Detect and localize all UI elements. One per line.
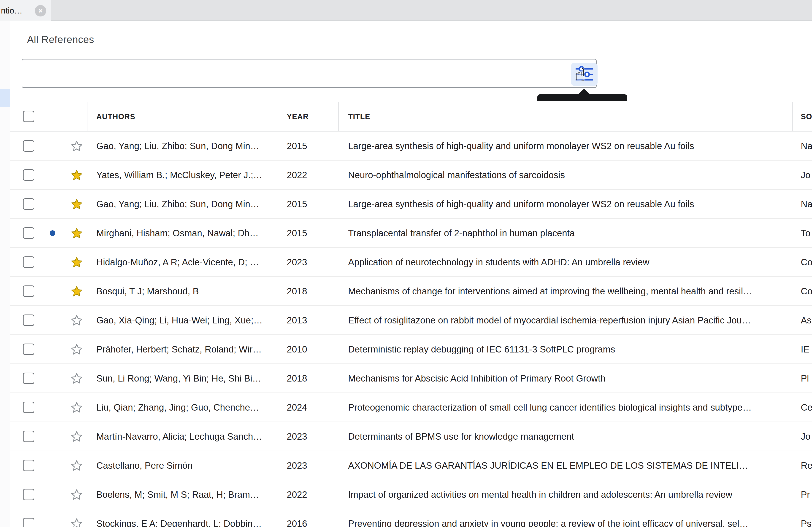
table-header: AUTHORS YEAR TITLE SO [10,101,812,132]
row-checkbox[interactable] [23,227,34,239]
row-title: Determinants of BPMS use for knowledge m… [348,422,793,451]
row-source: IE [801,335,812,364]
row-checkbox[interactable] [23,518,34,527]
unread-dot-icon [50,230,55,236]
table-row[interactable]: Hidalgo-Muñoz, A R; Acle-Vicente, D; … 2… [10,248,812,277]
row-authors: Liu, Qian; Zhang, Jing; Guo, Chenche… [96,393,279,422]
table-row[interactable]: Yates, William B.; McCluskey, Peter J.;…… [10,161,812,190]
star-icon[interactable] [70,227,83,240]
star-icon[interactable] [70,430,83,443]
sidebar-edge [0,21,10,527]
star-icon[interactable] [70,140,83,153]
row-checkbox[interactable] [23,169,34,181]
row-year: 2015 [287,132,339,161]
row-authors: Gao, Yang; Liu, Zhibo; Sun, Dong Min… [96,190,279,219]
row-checkbox[interactable] [23,373,34,384]
star-icon[interactable] [70,256,83,269]
table-row[interactable]: Liu, Qian; Zhang, Jing; Guo, Chenche… 20… [10,393,812,422]
table-row[interactable]: Martín-Navarro, Alicia; Lechuga Sanch… 2… [10,422,812,451]
row-source: Na [801,132,812,161]
row-year: 2023 [287,422,339,451]
tooltip-caret [578,89,591,95]
row-source: Co [801,277,812,306]
row-checkbox[interactable] [23,140,34,152]
row-source: Pl [801,364,812,393]
row-year: 2016 [287,509,339,527]
row-checkbox[interactable] [23,489,34,500]
table-row[interactable]: Mirghani, Hisham; Osman, Nawal; Dh… 2015… [10,219,812,248]
row-checkbox[interactable] [23,315,34,326]
select-all-checkbox[interactable] [23,111,34,122]
row-source: As [801,306,812,335]
row-title: Deterministic replay debugging of IEC 61… [348,335,793,364]
star-icon[interactable] [70,198,83,211]
row-source: Co [801,248,812,277]
advanced-search-button[interactable]: ☝ [571,63,597,86]
row-year: 2015 [287,190,339,219]
row-source: Re [801,451,812,480]
row-title: Large-area synthesis of high-quality and… [348,132,793,161]
row-checkbox[interactable] [23,431,34,442]
star-icon[interactable] [70,401,83,414]
star-icon[interactable] [70,372,83,385]
row-authors: Gao, Yang; Liu, Zhibo; Sun, Dong Min… [96,132,279,161]
row-year: 2022 [287,480,339,509]
tab-close-icon[interactable]: × [35,5,46,16]
row-authors: Castellano, Pere Simón [96,451,279,480]
row-title: Proteogenomic characterization of small … [348,393,793,422]
table-row[interactable]: Stockings, E A; Degenhardt, L; Dobbin… 2… [10,509,812,527]
row-title: Effect of rosiglitazone on rabbit model … [348,306,793,335]
row-year: 2013 [287,306,339,335]
table-row[interactable]: Gao, Xia-Qing; Li, Hua-Wei; Ling, Xue;… … [10,306,812,335]
row-year: 2018 [287,277,339,306]
tab-title: ntio… [1,6,23,16]
star-icon[interactable] [70,285,83,298]
search-input[interactable]: Search in All References ☝ [22,59,597,88]
row-source: Na [801,190,812,219]
row-authors: Martín-Navarro, Alicia; Lechuga Sanch… [96,422,279,451]
row-source: Jo [801,422,812,451]
browser-tab[interactable]: ntio… × [0,0,51,20]
row-title: Large-area synthesis of high-quality and… [348,190,793,219]
row-year: 2024 [287,393,339,422]
table-row[interactable]: Bosqui, T J; Marshoud, B 2018 Mechanisms… [10,277,812,306]
row-year: 2022 [287,161,339,190]
column-header-source[interactable]: SO [801,101,812,132]
row-title: Transplacental transfer of 2-naphthol in… [348,219,793,248]
column-header-title[interactable]: TITLE [348,101,783,132]
row-checkbox[interactable] [23,402,34,413]
star-icon[interactable] [70,488,83,501]
row-title: Impact of organized activities on mental… [348,480,793,509]
row-authors: Gao, Xia-Qing; Li, Hua-Wei; Ling, Xue;… [96,306,279,335]
row-checkbox[interactable] [23,198,34,210]
row-authors: Yates, William B.; McCluskey, Peter J.;… [96,161,279,190]
row-checkbox[interactable] [23,285,34,297]
row-authors: Mirghani, Hisham; Osman, Nawal; Dh… [96,219,279,248]
table-row[interactable]: Boelens, M; Smit, M S; Raat, H; Bram… 20… [10,480,812,509]
browser-tab-bar: ntio… × [0,0,812,20]
page-title: All References [27,34,94,45]
table-row[interactable]: Castellano, Pere Simón 2023 AXONOMÍA DE … [10,451,812,480]
sidebar-selected-item-edge[interactable] [0,89,10,107]
table-row[interactable]: Gao, Yang; Liu, Zhibo; Sun, Dong Min… 20… [10,190,812,219]
table-row[interactable]: Prähofer, Herbert; Schatz, Roland; Wir… … [10,335,812,364]
star-icon[interactable] [70,459,83,472]
row-title: Neuro-ophthalmological manifestations of… [348,161,793,190]
row-year: 2010 [287,335,339,364]
row-checkbox[interactable] [23,256,34,268]
star-icon[interactable] [70,314,83,327]
column-header-authors[interactable]: AUTHORS [96,101,279,132]
row-checkbox[interactable] [23,460,34,471]
row-title: Mechanisms for Abscisic Acid Inhibition … [348,364,793,393]
row-title: AXONOMÍA DE LAS GARANTÍAS JURÍDICAS EN E… [348,451,793,480]
star-icon[interactable] [70,343,83,356]
table-row[interactable]: Sun, Li Rong; Wang, Yi Bin; He, Shi Bi… … [10,364,812,393]
table-row[interactable]: Gao, Yang; Liu, Zhibo; Sun, Dong Min… 20… [10,132,812,161]
row-title: Application of neurotechnology in studen… [348,248,793,277]
star-icon[interactable] [70,169,83,182]
star-icon[interactable] [70,517,83,527]
row-checkbox[interactable] [23,344,34,355]
row-authors: Boelens, M; Smit, M S; Raat, H; Bram… [96,480,279,509]
row-year: 2018 [287,364,339,393]
column-header-year[interactable]: YEAR [287,101,339,132]
